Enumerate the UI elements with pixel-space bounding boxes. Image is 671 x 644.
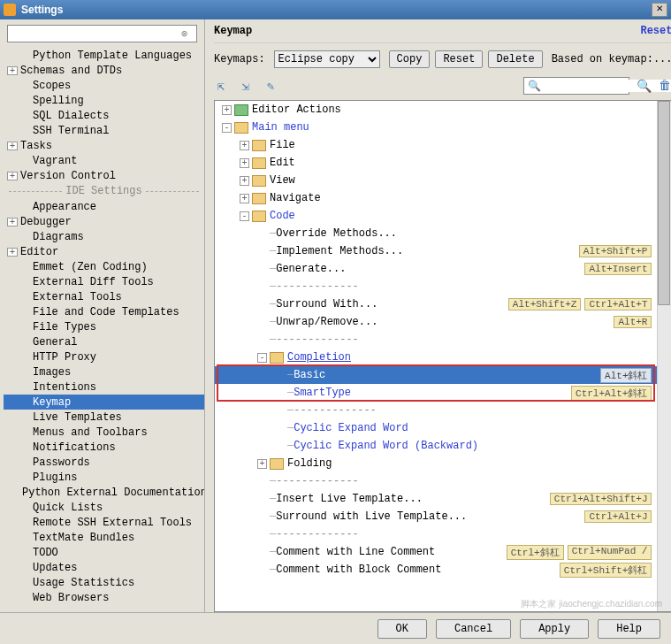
sidebar-item[interactable]: +Editor bbox=[4, 244, 204, 259]
sidebar-item[interactable]: Keymap bbox=[4, 395, 204, 410]
tree-toggle-icon[interactable]: + bbox=[7, 248, 18, 257]
tree-toggle-icon[interactable]: + bbox=[257, 459, 267, 469]
sidebar-item[interactable]: +Tasks bbox=[4, 138, 204, 153]
tree-toggle-icon[interactable]: + bbox=[240, 141, 249, 150]
sidebar-item[interactable]: Python External Documentation bbox=[4, 485, 204, 500]
sidebar-item[interactable]: Updates bbox=[4, 560, 204, 575]
sidebar-item[interactable]: Scopes bbox=[4, 78, 204, 93]
sidebar-item[interactable]: Vagrant bbox=[4, 153, 204, 168]
keymap-row[interactable]: — Override Methods... bbox=[215, 225, 657, 242]
keymap-row[interactable]: +Navigate bbox=[215, 189, 657, 207]
keymap-row[interactable]: — BasicAlt+斜杠 bbox=[215, 366, 657, 384]
sidebar-item[interactable]: Intentions bbox=[4, 380, 204, 395]
sidebar-item[interactable]: Usage Statistics bbox=[4, 575, 204, 590]
sidebar-item[interactable]: +Schemas and DTDs bbox=[4, 63, 204, 78]
clear-search-icon[interactable]: ⊗ bbox=[181, 27, 194, 40]
keymap-row[interactable]: — Comment with Block CommentCtrl+Shift+斜… bbox=[215, 561, 657, 579]
keymap-row[interactable]: -Main menu bbox=[215, 119, 657, 136]
keymap-row[interactable]: — Unwrap/Remove...Alt+R bbox=[215, 313, 657, 331]
tree-toggle-icon[interactable]: + bbox=[240, 194, 249, 203]
keymap-row[interactable]: — Cyclic Expand Word (Backward) bbox=[215, 437, 657, 455]
keymap-select[interactable]: Eclipse copy bbox=[274, 50, 380, 68]
sidebar-tree[interactable]: Python Template Languages+Schemas and DT… bbox=[0, 48, 204, 612]
sidebar-item[interactable]: Quick Lists bbox=[4, 500, 204, 515]
tree-toggle-icon[interactable]: + bbox=[7, 218, 18, 226]
sidebar-item[interactable]: General bbox=[4, 334, 204, 349]
keymap-row[interactable]: +Edit bbox=[215, 154, 657, 172]
sidebar-item[interactable]: Live Templates bbox=[4, 410, 204, 425]
cancel-button[interactable]: Cancel bbox=[436, 619, 511, 639]
keymap-row[interactable]: — Insert Live Template...Ctrl+Alt+Shift+… bbox=[215, 490, 657, 508]
keymap-row[interactable]: — Surround With...Alt+Shift+ZCtrl+Alt+T bbox=[215, 295, 657, 313]
keymap-tree[interactable]: +Editor Actions-Main menu+File+Edit+View… bbox=[215, 101, 657, 611]
keymap-row[interactable]: +Editor Actions bbox=[215, 101, 657, 119]
keymap-row[interactable]: +Folding bbox=[215, 455, 657, 472]
keymap-row[interactable]: — ------------- bbox=[215, 331, 657, 349]
keymap-row[interactable]: — ------------- bbox=[215, 278, 657, 295]
sidebar-item[interactable]: Emmet (Zen Coding) bbox=[4, 259, 204, 274]
scrollbar-thumb[interactable] bbox=[658, 101, 670, 305]
sidebar-item[interactable]: File Types bbox=[4, 319, 204, 334]
sidebar-item[interactable]: Passwords bbox=[4, 455, 204, 470]
sidebar-item[interactable]: Appearance bbox=[4, 199, 204, 214]
tree-toggle-icon[interactable]: + bbox=[7, 172, 18, 180]
filter-icon[interactable]: 🗑 bbox=[658, 79, 671, 93]
help-button[interactable]: Help bbox=[598, 619, 660, 639]
ok-button[interactable]: OK bbox=[377, 619, 427, 639]
sidebar-item[interactable]: Python Template Languages bbox=[4, 48, 204, 63]
keymap-row[interactable]: — Surround with Live Template...Ctrl+Alt… bbox=[215, 508, 657, 525]
keymap-row[interactable]: — ------------- bbox=[215, 402, 657, 419]
keymap-row[interactable]: — Cyclic Expand Word bbox=[215, 419, 657, 437]
tree-toggle-icon[interactable]: - bbox=[240, 211, 249, 221]
sidebar-item[interactable]: Menus and Toolbars bbox=[4, 425, 204, 440]
sidebar-item[interactable]: TODO bbox=[4, 545, 204, 560]
keymap-row[interactable]: — Comment with Line CommentCtrl+斜杠Ctrl+N… bbox=[215, 543, 657, 561]
sidebar-item[interactable]: SQL Dialects bbox=[4, 108, 204, 123]
sidebar-item[interactable]: SSH Terminal bbox=[4, 123, 204, 138]
keymap-row[interactable]: +View bbox=[215, 172, 657, 189]
sidebar-item[interactable]: +Version Control bbox=[4, 168, 204, 183]
apply-button[interactable]: Apply bbox=[520, 619, 589, 639]
collapse-all-icon[interactable]: ⇲ bbox=[239, 79, 253, 93]
keymap-row[interactable]: +File bbox=[215, 136, 657, 154]
reset-link[interactable]: Reset bbox=[640, 25, 671, 37]
sidebar-item[interactable]: Plugins bbox=[4, 470, 204, 485]
tree-toggle-icon[interactable]: + bbox=[240, 158, 249, 168]
sidebar-item[interactable]: File and Code Templates bbox=[4, 304, 204, 319]
expand-all-icon[interactable]: ⇱ bbox=[214, 79, 228, 93]
action-search-input[interactable] bbox=[545, 80, 671, 92]
keymap-row[interactable]: — ------------- bbox=[215, 472, 657, 490]
delete-button[interactable]: Delete bbox=[488, 50, 542, 68]
sidebar-item[interactable]: HTTP Proxy bbox=[4, 349, 204, 364]
sidebar-item[interactable]: Web Browsers bbox=[4, 590, 204, 605]
keymap-row[interactable]: -Completion bbox=[215, 349, 657, 366]
sidebar-item[interactable]: External Tools bbox=[4, 289, 204, 304]
tree-toggle-icon[interactable]: - bbox=[222, 123, 232, 133]
sidebar-item[interactable]: Notifications bbox=[4, 440, 204, 455]
close-icon[interactable]: ✕ bbox=[652, 3, 667, 17]
sidebar-search-input[interactable] bbox=[7, 25, 197, 42]
copy-button[interactable]: Copy bbox=[389, 50, 431, 68]
sidebar-item[interactable]: Images bbox=[4, 364, 204, 380]
sidebar-item[interactable]: Remote SSH External Tools bbox=[4, 515, 204, 530]
tree-toggle-icon[interactable]: + bbox=[7, 142, 18, 150]
edit-shortcut-icon[interactable]: ✎ bbox=[263, 79, 278, 93]
keymap-row[interactable]: -Code bbox=[215, 207, 657, 225]
sidebar-item[interactable]: External Diff Tools bbox=[4, 274, 204, 289]
action-search-field[interactable]: 🔍 ⊗ bbox=[523, 77, 629, 95]
tree-toggle-icon[interactable]: + bbox=[7, 66, 18, 75]
keymap-row[interactable]: — SmartTypeCtrl+Alt+斜杠 bbox=[215, 384, 657, 402]
tree-toggle-icon[interactable]: - bbox=[257, 353, 267, 363]
tree-toggle-icon[interactable]: + bbox=[240, 176, 249, 186]
sidebar-item[interactable]: TextMate Bundles bbox=[4, 530, 204, 545]
sidebar-item[interactable]: +Debugger bbox=[4, 214, 204, 229]
sidebar-item[interactable]: Diagrams bbox=[4, 229, 204, 244]
keymap-row[interactable]: — Generate...Alt+Insert bbox=[215, 260, 657, 278]
keymap-row[interactable]: — Implement Methods...Alt+Shift+P bbox=[215, 242, 657, 260]
sidebar-item[interactable]: Spelling bbox=[4, 93, 204, 108]
reset-button[interactable]: Reset bbox=[435, 50, 483, 68]
tree-toggle-icon[interactable]: + bbox=[222, 105, 232, 115]
find-shortcut-icon[interactable]: 🔍 bbox=[637, 79, 651, 93]
keymap-row[interactable]: — ------------- bbox=[215, 525, 657, 543]
scrollbar[interactable] bbox=[657, 101, 671, 611]
